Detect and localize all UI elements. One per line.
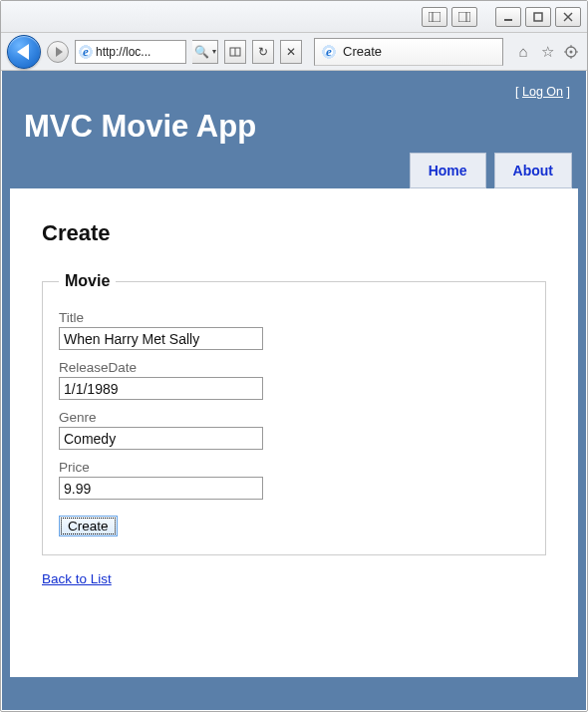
back-button[interactable] — [7, 35, 41, 69]
svg-rect-0 — [429, 12, 441, 22]
app-title: MVC Movie App — [10, 105, 578, 153]
tab-title: Create — [343, 44, 382, 59]
releasedate-input[interactable] — [59, 377, 263, 400]
close-button[interactable] — [555, 7, 581, 27]
navbar: e http://loc... 🔍▾ ↻ ✕ e Create ⌂ ☆ — [1, 33, 587, 71]
login-bar: [ Log On ] — [10, 79, 578, 105]
browser-tab[interactable]: e Create — [314, 38, 503, 66]
title-input[interactable] — [59, 327, 263, 350]
create-button[interactable]: Create — [59, 516, 118, 536]
refresh-button[interactable]: ↻ — [252, 40, 274, 64]
toolbar-right: ⌂ ☆ — [513, 42, 581, 62]
movie-fieldset: Movie Title ReleaseDate Genre Price Crea… — [42, 272, 546, 555]
stop-button[interactable]: ✕ — [280, 40, 302, 64]
home-icon[interactable]: ⌂ — [513, 42, 533, 62]
nav-about[interactable]: About — [494, 153, 572, 188]
logon-link[interactable]: Log On — [522, 85, 563, 99]
nav-tabs: Home About — [10, 153, 578, 188]
address-text: http://loc... — [96, 45, 185, 59]
search-icon: 🔍 — [194, 45, 209, 59]
compat-view-button[interactable] — [224, 40, 246, 64]
address-bar[interactable]: e http://loc... — [75, 40, 186, 64]
split-right-icon[interactable] — [451, 7, 477, 27]
back-to-list-link[interactable]: Back to List — [42, 571, 112, 586]
title-label: Title — [59, 310, 529, 325]
ie-icon: e — [321, 44, 337, 60]
svg-rect-5 — [534, 13, 542, 21]
titlebar — [1, 1, 587, 33]
releasedate-label: ReleaseDate — [59, 360, 529, 375]
page-heading: Create — [42, 220, 546, 246]
genre-label: Genre — [59, 410, 529, 425]
login-bracket: ] — [563, 85, 570, 99]
browser-window: e http://loc... 🔍▾ ↻ ✕ e Create ⌂ ☆ [ Lo… — [0, 0, 588, 712]
content-area: Create Movie Title ReleaseDate Genre Pri… — [10, 188, 578, 677]
genre-input[interactable] — [59, 427, 263, 450]
tools-icon[interactable] — [561, 42, 581, 62]
nav-home[interactable]: Home — [410, 153, 486, 188]
page-viewport: [ Log On ] MVC Movie App Home About Crea… — [2, 71, 586, 710]
login-bracket: [ — [515, 85, 522, 99]
search-dropdown[interactable]: 🔍▾ — [192, 40, 218, 64]
forward-button[interactable] — [47, 41, 69, 63]
split-left-icon[interactable] — [422, 7, 447, 27]
favorites-icon[interactable]: ☆ — [537, 42, 557, 62]
fieldset-legend: Movie — [59, 272, 116, 290]
price-input[interactable] — [59, 477, 263, 500]
price-label: Price — [59, 460, 529, 475]
ie-icon: e — [78, 44, 94, 60]
svg-rect-2 — [458, 12, 470, 22]
minimize-button[interactable] — [495, 7, 521, 27]
maximize-button[interactable] — [525, 7, 551, 27]
svg-point-11 — [570, 50, 573, 53]
